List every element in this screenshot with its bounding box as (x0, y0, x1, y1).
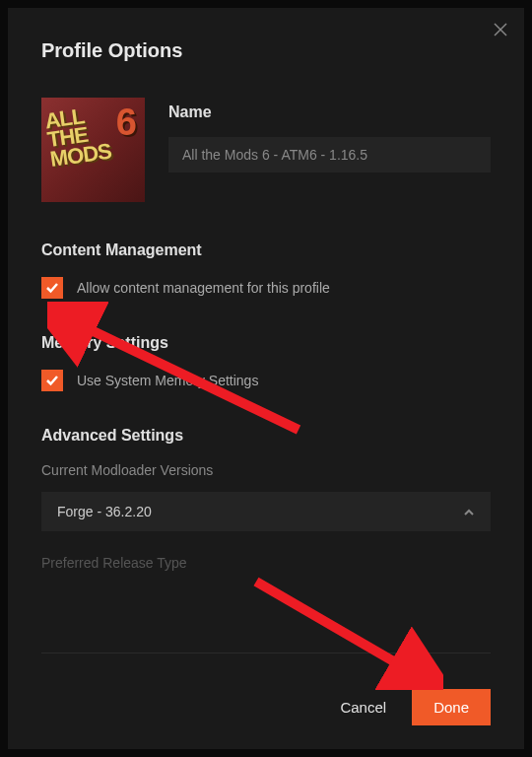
cancel-button[interactable]: Cancel (322, 689, 404, 725)
allow-content-management-checkbox[interactable] (41, 277, 63, 299)
page-title: Profile Options (41, 39, 491, 62)
modloader-version-dropdown[interactable]: Forge - 36.2.20 (41, 492, 491, 531)
content-management-row: Allow content management for this profil… (41, 277, 491, 299)
pack-icon-text: ALL THE MODS (43, 103, 111, 169)
use-system-memory-label: Use System Memory Settings (77, 373, 258, 388)
modloader-selected-value: Forge - 36.2.20 (57, 504, 152, 519)
close-button[interactable] (491, 20, 510, 39)
allow-content-management-label: Allow content management for this profil… (77, 280, 330, 296)
pack-icon-badge: 6 (116, 102, 137, 144)
content-management-title: Content Management (41, 241, 491, 259)
done-button[interactable]: Done (412, 689, 491, 725)
release-type-label: Preferred Release Type (41, 555, 491, 571)
modal-footer: Cancel Done (41, 681, 491, 725)
checkmark-icon (45, 375, 59, 386)
advanced-settings-title: Advanced Settings (41, 427, 491, 445)
name-label: Name (168, 103, 491, 121)
name-section: Name (168, 98, 491, 172)
profile-pack-icon: ALL THE MODS 6 (41, 98, 145, 202)
use-system-memory-checkbox[interactable] (41, 370, 63, 391)
modloader-versions-label: Current Modloader Versions (41, 462, 491, 478)
profile-name-input[interactable] (168, 137, 491, 172)
chevron-up-icon (463, 504, 475, 519)
profile-options-modal: Profile Options ALL THE MODS 6 Name Cont… (8, 8, 524, 749)
close-icon (494, 23, 507, 36)
memory-settings-row: Use System Memory Settings (41, 370, 491, 391)
scroll-area: ALL THE MODS 6 Name Content Management A… (41, 98, 491, 641)
profile-header: ALL THE MODS 6 Name (41, 98, 491, 202)
checkmark-icon (45, 282, 59, 294)
memory-settings-title: Memory Settings (41, 334, 491, 352)
footer-divider (41, 653, 491, 654)
